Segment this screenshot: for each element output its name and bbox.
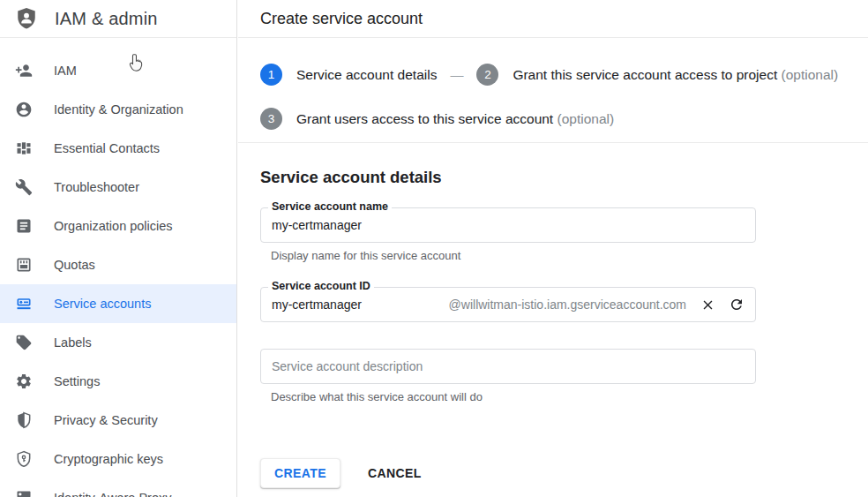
shield-key-icon [15, 450, 33, 468]
sidebar-item-label: Settings [54, 374, 100, 388]
service-account-description-input[interactable] [272, 359, 745, 373]
sidebar-item-labels[interactable]: Labels [0, 323, 236, 362]
sidebar-item-essential-contacts[interactable]: Essential Contacts [0, 129, 236, 168]
wrench-icon [15, 178, 33, 196]
page-title: Create service account [260, 10, 423, 28]
sidebar-nav: IAM Identity & Organization Essential Co… [0, 38, 236, 497]
sidebar-item-identity-organization[interactable]: Identity & Organization [0, 90, 236, 129]
stepper: 1 Service account details — 2 Grant this… [238, 38, 868, 130]
step-1-label: Service account details [296, 67, 437, 83]
step-2-text: Grant this service account access to pro… [513, 67, 777, 82]
step-connector: — [450, 67, 463, 82]
stepper-row-2: 3 Grant users access to this service acc… [260, 108, 859, 130]
sidebar-item-iam[interactable]: IAM [0, 51, 236, 90]
cancel-button[interactable]: CANCEL [366, 459, 423, 487]
sidebar-item-label: Privacy & Security [54, 413, 158, 427]
stepper-row-1: 1 Service account details — 2 Grant this… [260, 64, 859, 86]
sidebar-header: IAM & admin [0, 0, 236, 38]
document-icon [15, 217, 33, 235]
step-1-circle: 1 [260, 64, 282, 86]
section-title: Service account details [260, 168, 868, 187]
sidebar: IAM & admin IAM Identity & Organization … [0, 0, 237, 497]
service-account-id-domain-suffix: @willwitman-istio.iam.gserviceaccount.co… [449, 297, 686, 312]
sidebar-item-identity-aware-proxy[interactable]: Identity-Aware Proxy [0, 478, 236, 497]
main-header: Create service account [238, 0, 868, 38]
service-account-id-input[interactable] [272, 297, 422, 312]
sidebar-item-label: Troubleshooter [54, 180, 139, 194]
contacts-blocks-icon [15, 139, 33, 157]
step-3-text: Grant users access to this service accou… [296, 111, 553, 126]
sidebar-item-label: IAM [54, 64, 77, 78]
step-3-circle: 3 [260, 108, 282, 130]
sidebar-item-settings[interactable]: Settings [0, 362, 236, 401]
sidebar-item-troubleshooter[interactable]: Troubleshooter [0, 168, 236, 207]
section-divider [238, 142, 868, 143]
quota-icon [15, 256, 33, 274]
sidebar-item-label: Identity & Organization [54, 102, 183, 117]
sidebar-item-organization-policies[interactable]: Organization policies [0, 207, 236, 245]
sidebar-item-service-accounts[interactable]: Service accounts [0, 284, 236, 323]
step-2-circle: 2 [476, 64, 498, 86]
service-account-id-label: Service account ID [268, 280, 374, 292]
sidebar-item-quotas[interactable]: Quotas [0, 245, 236, 284]
service-account-id-field: Service account ID @willwitman-istio.iam… [260, 287, 756, 322]
service-account-icon [15, 295, 33, 313]
sidebar-item-label: Quotas [54, 258, 95, 272]
shield-half-icon [15, 411, 33, 429]
form-actions: CREATE CANCEL [260, 458, 868, 488]
step-3-optional: (optional) [557, 111, 615, 126]
step-2-optional: (optional) [782, 67, 839, 82]
sidebar-item-label: Service accounts [54, 297, 151, 311]
refresh-icon [729, 297, 745, 313]
sidebar-item-label: Cryptographic keys [54, 452, 163, 466]
proxy-server-icon [15, 489, 33, 497]
step-3-label: Grant users access to this service accou… [296, 111, 614, 127]
account-circle-icon [15, 101, 33, 118]
iam-shield-logo-icon [15, 6, 38, 31]
sidebar-item-label: Organization policies [54, 219, 173, 233]
sidebar-item-cryptographic-keys[interactable]: Cryptographic keys [0, 440, 236, 478]
person-add-icon [15, 62, 33, 79]
sidebar-item-label: Essential Contacts [54, 141, 160, 155]
tag-icon [15, 334, 33, 351]
service-account-description-field [260, 349, 756, 384]
service-account-description-box [260, 349, 756, 384]
service-account-name-helper: Display name for this service account [271, 249, 868, 262]
service-account-name-label: Service account name [268, 200, 392, 213]
sidebar-item-label: Identity-Aware Proxy [54, 491, 172, 497]
app-title: IAM & admin [55, 9, 158, 29]
close-icon [700, 297, 715, 313]
main-content: Create service account 1 Service account… [238, 0, 868, 497]
create-button[interactable]: CREATE [260, 458, 340, 488]
service-account-description-helper: Describe what this service account will … [271, 390, 868, 403]
sidebar-item-privacy-security[interactable]: Privacy & Security [0, 401, 236, 440]
service-account-name-input[interactable] [272, 218, 745, 232]
service-account-id-box: @willwitman-istio.iam.gserviceaccount.co… [260, 287, 756, 322]
regenerate-id-button[interactable] [729, 297, 745, 313]
gear-icon [15, 373, 33, 390]
clear-id-button[interactable] [700, 297, 715, 313]
service-account-name-box [260, 207, 756, 243]
service-account-name-field: Service account name [260, 207, 756, 243]
sidebar-item-label: Labels [54, 335, 92, 350]
step-2-label: Grant this service account access to pro… [513, 67, 838, 83]
